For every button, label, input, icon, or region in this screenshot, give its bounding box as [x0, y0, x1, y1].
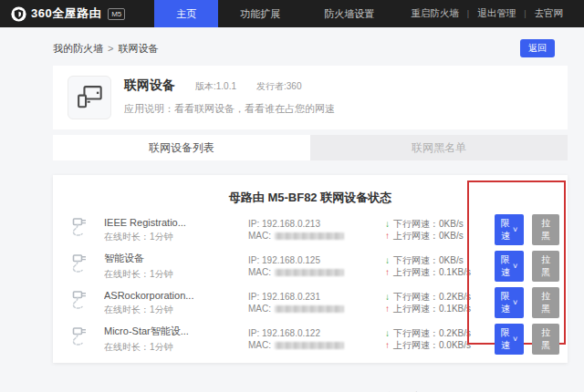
online-time-value: 1分钟: [150, 269, 173, 279]
online-time: 在线时长：1分钟: [104, 268, 248, 281]
mac-row: MAC:: [248, 266, 385, 278]
download-arrow-icon: ↓: [385, 292, 390, 302]
cable-plug-icon: [71, 289, 93, 313]
top-navbar: 360全屋路由 M5 主页 功能扩展 防火墙设置 重启防火墙 | 退出管理 | …: [0, 0, 584, 27]
chevron-down-icon: ˅: [513, 263, 517, 270]
device-icon-cell: [71, 253, 104, 280]
breadcrumb-firewall[interactable]: 我的防火墙: [53, 42, 103, 56]
upload-value: 0KB/s: [439, 231, 464, 241]
app-info-card: 联网设备 版本:1.0.1 发行者:360 应用说明：看看联网设备，看看谁在占您…: [53, 66, 568, 129]
online-time-label: 在线时长：: [104, 304, 150, 315]
download-label: 下行网速：: [393, 292, 439, 302]
app-description: 应用说明：看看联网设备，看看谁在占您的网速: [124, 102, 335, 116]
online-time-label: 在线时长：: [104, 232, 150, 242]
speed-cell: ↓下行网速：0.2KB/s ↑上行网速：0.1KB/s: [385, 291, 495, 315]
router-admin-page: 360全屋路由 M5 主页 功能扩展 防火墙设置 重启防火墙 | 退出管理 | …: [0, 0, 584, 392]
device-name-cell: ASRockorporation... 在线时长：1分钟: [104, 290, 248, 316]
blacklist-button[interactable]: 拉黑: [532, 287, 559, 318]
device-icon-cell: [71, 325, 104, 353]
breadcrumb-devices: 联网设备: [118, 42, 158, 56]
official-site-link[interactable]: 去官网: [527, 7, 572, 20]
online-time: 在线时长：1分钟: [104, 304, 248, 316]
chevron-down-icon: ˅: [513, 335, 517, 343]
cable-plug-icon: [71, 325, 93, 349]
back-button[interactable]: 返回: [520, 39, 555, 57]
mac-label: MAC:: [248, 339, 271, 351]
online-time-label: 在线时长：: [104, 342, 150, 352]
app-info: 联网设备 版本:1.0.1 发行者:360 应用说明：看看联网设备，看看谁在占您…: [124, 76, 335, 119]
ip-label: IP:: [248, 218, 259, 230]
upload-speed-row: ↑上行网速：0.0KB/s: [385, 339, 495, 351]
app-icon-box: [68, 76, 111, 119]
nav-item-extensions[interactable]: 功能扩展: [218, 0, 302, 27]
mac-blurred-value: [275, 305, 344, 313]
address-cell: IP: 192.168.0.122 MAC:: [248, 327, 385, 351]
mac-row: MAC:: [248, 230, 385, 242]
download-label: 下行网速：: [393, 219, 439, 229]
tab-blacklist[interactable]: 联网黑名单: [310, 135, 568, 160]
upload-speed-row: ↑上行网速：0.1KB/s: [385, 303, 495, 315]
brand-name: 360全屋路由: [31, 5, 101, 22]
address-cell: IP: 192.168.0.213 MAC:: [248, 218, 385, 242]
table-row: IEEE Registratio... 在线时长：1分钟 IP: 192.168…: [53, 211, 568, 248]
blacklist-button[interactable]: 拉黑: [532, 324, 559, 355]
restart-firewall-link[interactable]: 重启防火墙: [402, 7, 467, 20]
mac-row: MAC:: [248, 303, 385, 315]
ip-label: IP:: [248, 291, 259, 303]
online-time-value: 1分钟: [150, 304, 173, 315]
upload-arrow-icon: ↑: [385, 304, 390, 314]
download-value: 0.2KB/s: [439, 328, 471, 338]
ip-row: IP: 192.168.0.125: [248, 254, 385, 266]
download-speed-row: ↓下行网速：0.2KB/s: [385, 291, 495, 303]
nav-item-firewall-settings[interactable]: 防火墙设置: [302, 0, 396, 27]
ip-label: IP:: [248, 254, 259, 266]
download-arrow-icon: ↓: [385, 219, 390, 229]
speed-cell: ↓下行网速：0KB/s ↑上行网速：0KB/s: [385, 218, 495, 242]
app-version: 版本:1.0.1: [195, 80, 236, 93]
device-name: Micro-Star智能设...: [104, 325, 248, 338]
blacklist-button[interactable]: 拉黑: [532, 214, 559, 245]
breadcrumb-separator: >: [108, 43, 113, 54]
breadcrumb-row: 我的防火墙 > 联网设备 返回: [53, 39, 568, 57]
limit-speed-button[interactable]: 限速˅: [495, 251, 524, 282]
device-name-cell: Micro-Star智能设... 在线时长：1分钟: [104, 325, 248, 354]
device-icon-cell: [71, 289, 104, 316]
tab-device-list[interactable]: 联网设备列表: [53, 135, 310, 160]
limit-speed-label: 限速: [501, 253, 510, 279]
chevron-down-icon: ˅: [513, 226, 517, 233]
upload-label: 上行网速：: [393, 267, 439, 277]
blacklist-button[interactable]: 拉黑: [532, 251, 559, 282]
limit-speed-button[interactable]: 限速˅: [495, 214, 524, 245]
download-arrow-icon: ↓: [385, 255, 390, 265]
download-value: 0KB/s: [439, 255, 464, 265]
nav-item-home[interactable]: 主页: [154, 0, 218, 27]
online-time: 在线时长：1分钟: [104, 231, 248, 243]
mac-blurred-value: [275, 342, 344, 349]
connected-devices-icon: [72, 80, 107, 115]
cable-plug-icon: [71, 216, 93, 240]
device-status-panel: 母路由 M5-BF82 联网设备状态 IEEE Registr: [53, 175, 568, 363]
download-speed-row: ↓下行网速：0.2KB/s: [385, 327, 495, 339]
nav-utility-links: 重启防火墙 | 退出管理 | 去官网: [402, 0, 584, 27]
mac-label: MAC:: [248, 230, 271, 242]
mac-label: MAC:: [248, 266, 271, 278]
mac-row: MAC:: [248, 339, 385, 351]
limit-speed-button[interactable]: 限速˅: [495, 324, 524, 355]
brand[interactable]: 360全屋路由 M5: [0, 0, 134, 27]
online-time-value: 1分钟: [150, 232, 173, 242]
device-name: ASRockorporation...: [104, 290, 248, 301]
online-time: 在线时长：1分钟: [104, 341, 248, 354]
table-row: Micro-Star智能设... 在线时长：1分钟 IP: 192.168.0.…: [53, 321, 568, 357]
ip-row: IP: 192.168.0.213: [248, 218, 385, 230]
shield-logo-icon: [11, 6, 26, 22]
mac-label: MAC:: [248, 303, 271, 315]
logout-link[interactable]: 退出管理: [469, 7, 524, 20]
ip-row: IP: 192.168.0.231: [248, 291, 385, 303]
ip-label: IP:: [248, 327, 259, 339]
upload-label: 上行网速：: [393, 231, 439, 241]
upload-label: 上行网速：: [393, 304, 439, 314]
limit-speed-label: 限速: [501, 217, 510, 242]
ip-value: 192.168.0.213: [262, 218, 320, 230]
limit-speed-button[interactable]: 限速˅: [495, 287, 524, 318]
device-name: 智能设备: [104, 252, 248, 265]
